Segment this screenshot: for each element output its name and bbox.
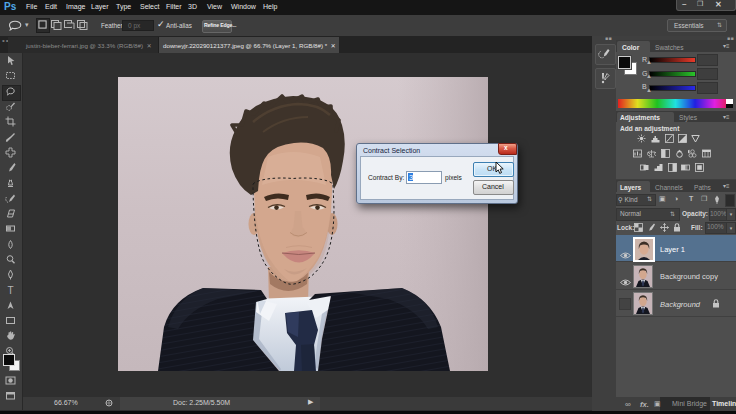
- svg-text:T: T: [7, 285, 13, 296]
